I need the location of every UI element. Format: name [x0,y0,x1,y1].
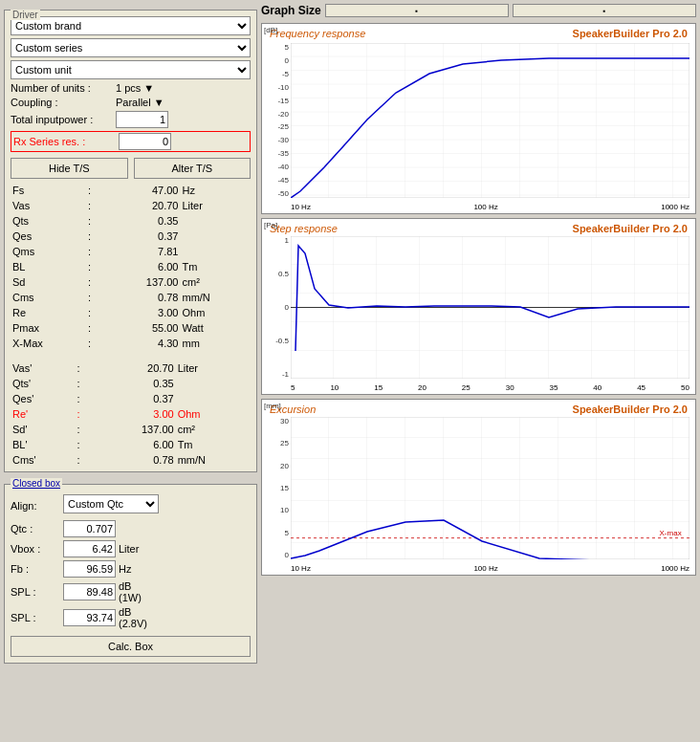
params-table-2: Vas':20.70Liter Qts':0.35 Qes':0.37 Re':… [11,360,251,468]
driver-label: Driver [11,10,40,20]
ts-buttons: Hide T/S Alter T/S [11,158,251,179]
right-panel: Graph Size ▪ ▪ Frequency response Speake… [261,4,696,738]
total-power-input[interactable] [116,111,168,128]
svg-text:X-max: X-max [660,529,682,537]
y-tick: -0.5 [264,337,289,345]
frequency-svg [291,43,689,198]
alter-ts-button[interactable]: Alter T/S [134,158,252,179]
spl1-row: SPL : dB (1W) [11,580,251,603]
coupling-dropdown-icon[interactable]: ▼ [154,97,164,108]
table-row: BL':6.00Tm [11,437,251,452]
series-select[interactable]: Custom series [11,38,251,57]
fb-unit: Hz [119,563,157,575]
svg-rect-3 [291,43,689,198]
align-row: Align: Custom Qtc B4 C4 SC4 [11,494,251,516]
hide-ts-button[interactable]: Hide T/S [11,158,128,179]
y-tick: 0 [264,551,289,559]
table-row: Qts':0.35 [11,376,251,391]
fb-row: Fb : Hz [11,560,251,578]
table-row: Cms':0.78mm/N [11,452,251,468]
frequency-title-left: Frequency response [270,28,365,39]
y-tick: 30 [264,417,289,426]
num-units-label: Number of units : [11,82,116,94]
table-row: Pmax:55.00Watt [11,320,251,336]
y-tick: -30 [264,136,289,144]
closed-box-label[interactable]: Closed box [11,478,62,489]
driver-section: Driver Custom brand Custom series Custom… [4,10,257,472]
y-tick: -5 [264,70,289,78]
rx-label: Rx Series res. : [13,136,119,147]
step-chart: Step response SpeakerBuilder Pro 2.0 [Pa… [261,218,696,395]
x-label: 50 [681,383,689,392]
y-tick: 1 [264,236,289,245]
excursion-title-right: SpeakerBuilder Pro 2.0 [573,404,688,415]
total-power-row: Total inputpower : [11,111,251,128]
num-units-value: 1 pcs ▼ [116,82,251,94]
y-tick: -50 [264,189,289,198]
left-panel: Driver Custom brand Custom series Custom… [4,4,257,738]
spl1-label: SPL : [11,586,63,598]
graph-size-header: Graph Size ▪ ▪ [261,4,696,17]
table-row: Qes':0.37 [11,391,251,406]
y-tick: 0.5 [264,270,289,278]
x-label: 1000 Hz [661,564,689,573]
y-tick: 25 [264,439,289,447]
x-label: 45 [637,383,645,392]
spl2-label: SPL : [11,612,63,623]
graph-size-small-button[interactable]: ▪ [325,4,509,17]
y-tick: 0 [264,303,289,312]
y-tick: 20 [264,462,289,470]
rx-input[interactable] [119,133,171,150]
qtc-label: Qtc : [11,523,63,535]
params-table-1: Fs:47.00Hz Vas:20.70Liter Qts:0.35 Qes:0… [11,183,251,351]
x-label: 40 [593,383,602,392]
excursion-chart: Excursion SpeakerBuilder Pro 2.0 [mm] 30… [261,399,696,576]
num-units-dropdown-icon[interactable]: ▼ [143,82,154,94]
qtc-input[interactable] [63,520,116,537]
table-row: BL:6.00Tm [11,259,251,274]
spl2-row: SPL : dB (2.8V) [11,606,251,629]
table-row: Sd':137.00cm² [11,422,251,437]
fb-label: Fb : [11,563,63,575]
x-label: 100 Hz [473,564,497,573]
y-tick: -10 [264,83,289,92]
frequency-chart: Frequency response SpeakerBuilder Pro 2.… [261,23,696,214]
vbox-unit: Liter [119,543,157,555]
y-tick: -15 [264,97,289,105]
y-tick: -25 [264,122,289,131]
x-label: 10 Hz [291,564,311,573]
vbox-input[interactable] [63,540,116,557]
y-tick: -20 [264,110,289,119]
x-label: 30 [506,383,514,392]
y-tick: -35 [264,149,289,158]
unit-select[interactable]: Custom unit [11,60,251,79]
coupling-row: Coupling : Parallel ▼ [11,97,251,108]
spl1-input[interactable] [63,583,116,600]
frequency-title-right: SpeakerBuilder Pro 2.0 [573,28,688,39]
y-tick: 0 [264,56,289,65]
spl1-unit: dB (1W) [119,580,157,603]
table-row: X-Max:4.30mm [11,336,251,351]
spl2-input[interactable] [63,609,116,626]
spl2-unit: dB (2.8V) [119,606,157,629]
table-row: Vas':20.70Liter [11,360,251,376]
brand-select[interactable]: Custom brand [11,16,251,35]
y-tick: 15 [264,484,289,492]
x-label: 25 [462,383,470,392]
graph-size-large-button[interactable]: ▪ [513,4,696,17]
calc-box-button[interactable]: Calc. Box [11,636,251,657]
fb-input[interactable] [63,560,116,578]
graph-size-label: Graph Size [261,4,321,17]
rx-value [119,133,171,150]
x-label: 35 [550,383,558,392]
align-select[interactable]: Custom Qtc B4 C4 SC4 [63,494,159,513]
table-row: Re:3.00Ohm [11,305,251,320]
table-row: Qts:0.35 [11,213,251,229]
x-label: 15 [374,383,383,392]
x-label: 100 Hz [473,203,497,211]
step-title-left: Step response [270,223,338,234]
table-row: Vas:20.70Liter [11,198,251,213]
y-tick: 5 [264,529,289,537]
num-units-row: Number of units : 1 pcs ▼ [11,82,251,94]
step-title-right: SpeakerBuilder Pro 2.0 [573,223,688,234]
